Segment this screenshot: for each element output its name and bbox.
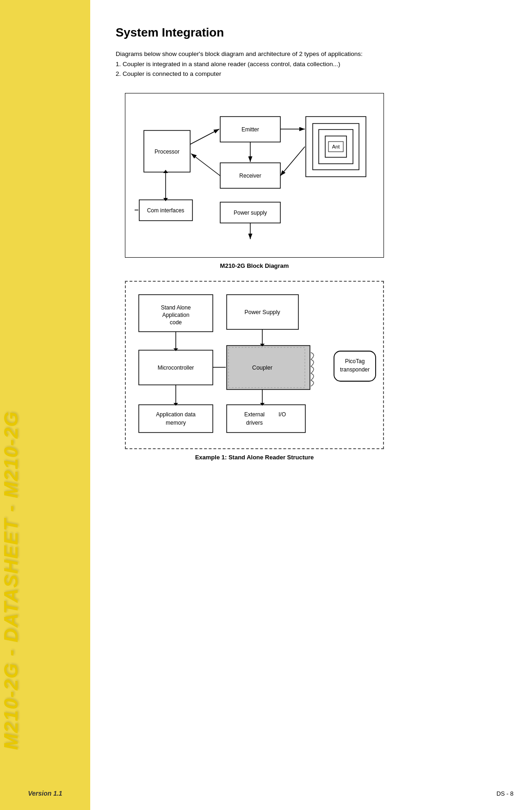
svg-text:External: External	[244, 411, 265, 418]
page-title: System Integration	[116, 25, 507, 40]
svg-line-16	[190, 129, 219, 144]
svg-text:Microcontroller: Microcontroller	[158, 365, 194, 371]
svg-text:I/O: I/O	[278, 411, 286, 418]
svg-text:Processor: Processor	[155, 148, 179, 155]
svg-text:Application: Application	[162, 312, 190, 318]
block-diagram-caption: M210-2G Block Diagram	[125, 262, 384, 269]
sidebar-title: M210-2G - DATASHEET - M210-2G	[0, 406, 90, 754]
svg-text:PicoTag: PicoTag	[345, 358, 365, 365]
intro-text: Diagrams below show coupler's block diag…	[116, 49, 507, 79]
block-diagram-container: Processor Com interfaces Emitter Receive…	[125, 93, 384, 258]
svg-line-19	[191, 154, 220, 176]
svg-text:Stand Alone: Stand Alone	[161, 304, 191, 311]
main-content: System Integration Diagrams below show c…	[90, 0, 532, 810]
svg-text:Emitter: Emitter	[241, 126, 259, 133]
svg-text:code: code	[170, 319, 182, 326]
block-diagram-svg: Processor Com interfaces Emitter Receive…	[135, 103, 375, 246]
svg-text:Coupler: Coupler	[252, 365, 272, 371]
svg-rect-39	[139, 405, 213, 433]
example-diagram-svg: Stand Alone Application code Power Suppl…	[134, 290, 377, 438]
svg-text:Com interfaces: Com interfaces	[147, 207, 185, 214]
svg-text:Power Supply: Power Supply	[244, 309, 280, 315]
svg-text:Ant: Ant	[332, 144, 340, 149]
svg-text:Power supply: Power supply	[234, 210, 267, 216]
svg-text:drivers: drivers	[246, 420, 263, 426]
svg-text:memory: memory	[166, 420, 186, 426]
example-diagram-caption: Example 1: Stand Alone Reader Structure	[125, 454, 384, 461]
sidebar: M210-2G - DATASHEET - M210-2G Version 1.…	[0, 0, 90, 810]
example-diagram-wrapper: Stand Alone Application code Power Suppl…	[125, 281, 430, 461]
sidebar-version: Version 1.1	[0, 790, 90, 797]
page-number: DS - 8	[496, 790, 513, 797]
svg-rect-42	[227, 405, 305, 433]
svg-text:Receiver: Receiver	[239, 173, 261, 179]
svg-text:Application data: Application data	[156, 411, 196, 418]
svg-text:transponder: transponder	[340, 366, 370, 373]
dashed-border: Stand Alone Application code Power Suppl…	[125, 281, 384, 449]
svg-line-18	[280, 147, 305, 176]
